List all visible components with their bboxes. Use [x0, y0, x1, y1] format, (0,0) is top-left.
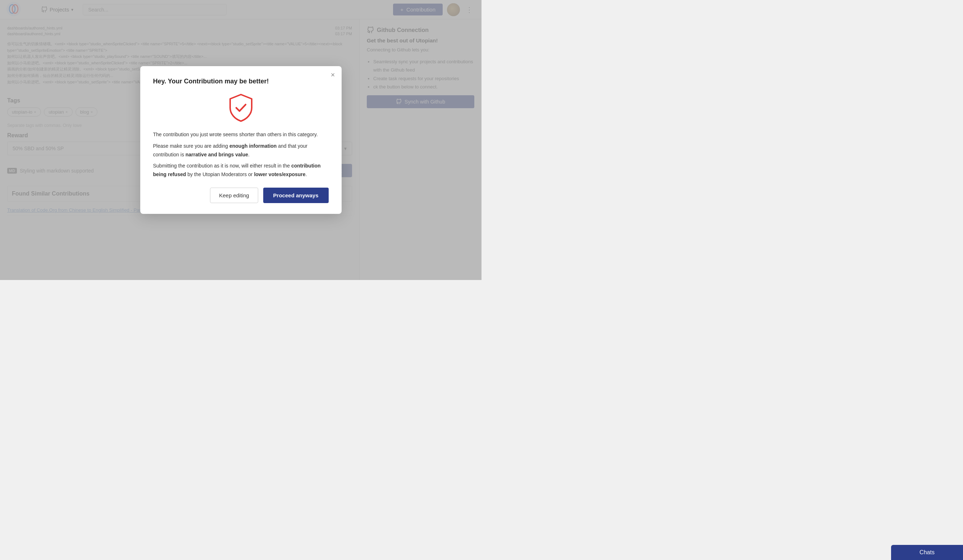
modal-actions: Keep editing Proceed anyways	[153, 188, 329, 203]
modal-bold-enough-info: enough information	[229, 143, 277, 149]
modal-body-paragraph3: Submitting the contribution as it is now…	[153, 162, 329, 179]
modal-title: Hey. Your Contribution may be better!	[153, 78, 329, 85]
modal-bold-lower-votes: lower votes/exposure	[254, 172, 305, 177]
modal-overlay: × Hey. Your Contribution may be better! …	[0, 0, 481, 280]
main-area: dashboards/authored_hints.yml 03:17 PM d…	[0, 19, 481, 280]
modal-icon-area	[153, 92, 329, 124]
proceed-anyways-button[interactable]: Proceed anyways	[263, 188, 329, 203]
modal-body-paragraph2: Please make sure you are adding enough i…	[153, 142, 329, 159]
modal-body-paragraph1: The contribution you just wrote seems sh…	[153, 131, 329, 139]
keep-editing-button[interactable]: Keep editing	[210, 188, 258, 203]
modal-bold-narrative: narrative and brings value	[186, 152, 248, 157]
shield-check-icon	[225, 92, 257, 124]
modal-close-button[interactable]: ×	[331, 71, 335, 78]
modal-dialog: × Hey. Your Contribution may be better! …	[140, 66, 342, 214]
